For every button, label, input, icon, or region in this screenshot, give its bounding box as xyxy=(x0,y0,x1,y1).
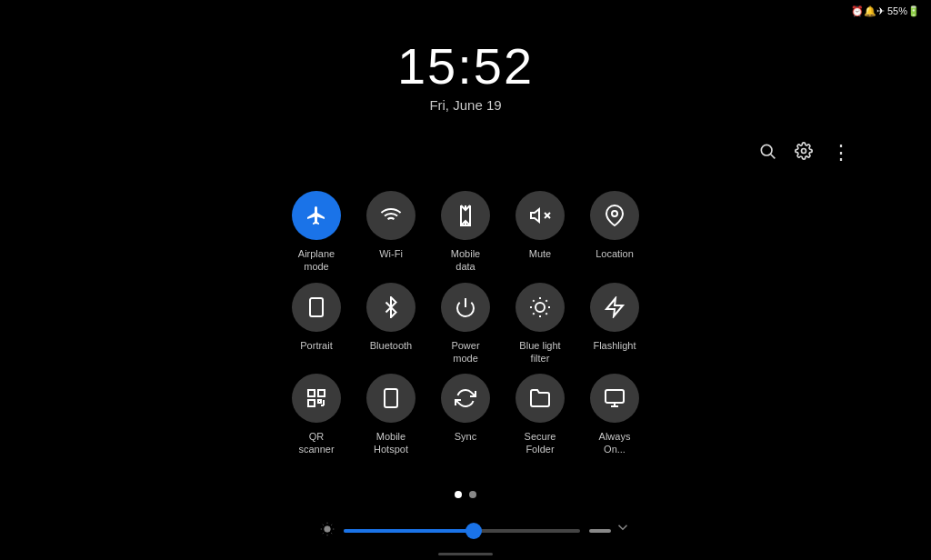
more-icon[interactable]: ⋮ xyxy=(831,141,849,165)
airplane-mode-icon xyxy=(292,191,341,240)
blue-light-label: Blue light filter xyxy=(519,339,560,365)
mute-icon xyxy=(516,191,565,240)
expand-icon[interactable] xyxy=(615,519,631,540)
tile-mute[interactable]: Mute xyxy=(508,191,572,274)
tile-airplane-mode[interactable]: Airplane mode xyxy=(285,191,348,274)
tile-row: PortraitBluetoothPower modeBlue light fi… xyxy=(285,283,646,365)
tiles-container: Airplane modeWi-FiMobile dataMuteLocatio… xyxy=(285,191,646,456)
svg-line-40 xyxy=(323,533,324,534)
tile-flashlight[interactable]: Flashlight xyxy=(583,283,646,365)
brightness-low-icon xyxy=(320,522,335,540)
bluetooth-label: Bluetooth xyxy=(370,339,412,352)
tile-sync[interactable]: Sync xyxy=(434,374,497,456)
power-mode-icon xyxy=(441,283,490,332)
tile-qr-scanner[interactable]: QR scanner xyxy=(285,374,348,456)
home-indicator xyxy=(438,553,493,555)
pagination-dot-1[interactable] xyxy=(469,491,476,498)
svg-line-1 xyxy=(771,154,776,158)
mute-label: Mute xyxy=(529,247,551,260)
airplane-mode-label: Airplane mode xyxy=(298,247,335,274)
pagination xyxy=(455,491,476,498)
tile-location[interactable]: Location xyxy=(583,191,646,274)
brightness-slider[interactable] xyxy=(344,529,580,533)
status-icons: ⏰🔔✈ 55%🔋 xyxy=(851,5,920,17)
settings-icon[interactable] xyxy=(795,142,813,165)
tile-portrait[interactable]: Portrait xyxy=(285,283,348,365)
mobile-hotspot-icon xyxy=(366,374,415,423)
toolbar: ⋮ xyxy=(758,141,849,165)
secure-folder-icon xyxy=(516,374,565,423)
wifi-label: Wi-Fi xyxy=(379,247,403,260)
always-on-icon xyxy=(590,374,639,423)
qr-scanner-icon xyxy=(292,374,341,423)
sync-label: Sync xyxy=(455,430,476,443)
brightness-bar xyxy=(320,522,611,540)
svg-marker-21 xyxy=(606,298,623,316)
svg-line-16 xyxy=(546,313,546,314)
svg-line-19 xyxy=(533,313,534,314)
svg-line-20 xyxy=(546,300,546,301)
mobile-data-label: Mobile data xyxy=(451,247,480,274)
bluetooth-icon xyxy=(366,283,415,332)
svg-rect-10 xyxy=(310,298,323,316)
svg-rect-22 xyxy=(308,390,315,396)
brightness-end xyxy=(589,529,611,533)
location-icon xyxy=(590,191,639,240)
search-icon[interactable] xyxy=(758,142,776,165)
mobile-data-icon xyxy=(441,191,490,240)
svg-point-33 xyxy=(325,526,331,533)
tile-power-mode[interactable]: Power mode xyxy=(434,283,497,365)
clock-area: 15:52 Fri, June 19 xyxy=(397,36,534,113)
tile-always-on[interactable]: Always On... xyxy=(583,374,646,456)
svg-line-41 xyxy=(331,525,332,525)
mobile-hotspot-label: Mobile Hotspot xyxy=(374,430,408,456)
svg-point-9 xyxy=(612,211,617,216)
secure-folder-label: Secure Folder xyxy=(525,430,556,456)
svg-point-12 xyxy=(536,303,545,312)
svg-line-36 xyxy=(323,525,324,525)
tile-bluetooth[interactable]: Bluetooth xyxy=(359,283,423,365)
qr-scanner-label: QR scanner xyxy=(298,430,334,456)
power-mode-label: Power mode xyxy=(451,339,479,365)
svg-line-15 xyxy=(533,300,534,301)
tile-mobile-data[interactable]: Mobile data xyxy=(434,191,497,274)
always-on-label: Always On... xyxy=(599,430,631,456)
flashlight-icon xyxy=(590,283,639,332)
tile-blue-light[interactable]: Blue light filter xyxy=(508,283,572,365)
clock-time: 15:52 xyxy=(397,36,534,95)
svg-rect-24 xyxy=(308,400,315,406)
blue-light-icon xyxy=(516,283,565,332)
pagination-dot-0[interactable] xyxy=(455,491,462,498)
tile-secure-folder[interactable]: Secure Folder xyxy=(508,374,572,456)
svg-rect-23 xyxy=(318,390,325,396)
flashlight-label: Flashlight xyxy=(593,339,636,352)
tile-row: QR scannerMobile HotspotSyncSecure Folde… xyxy=(285,374,646,456)
tile-mobile-hotspot[interactable]: Mobile Hotspot xyxy=(359,374,423,456)
svg-point-0 xyxy=(761,145,772,155)
svg-line-37 xyxy=(331,533,332,534)
sync-icon xyxy=(441,374,490,423)
clock-date: Fri, June 19 xyxy=(397,97,534,113)
svg-point-2 xyxy=(802,148,806,153)
status-bar: ⏰🔔✈ 55%🔋 xyxy=(0,0,931,23)
tile-wifi[interactable]: Wi-Fi xyxy=(359,191,423,274)
svg-marker-6 xyxy=(531,209,539,222)
location-label: Location xyxy=(596,247,634,260)
svg-rect-30 xyxy=(606,390,624,403)
tile-row: Airplane modeWi-FiMobile dataMuteLocatio… xyxy=(285,191,646,274)
portrait-icon xyxy=(292,283,341,332)
svg-rect-25 xyxy=(318,400,321,403)
portrait-label: Portrait xyxy=(300,339,332,352)
wifi-icon xyxy=(366,191,415,240)
